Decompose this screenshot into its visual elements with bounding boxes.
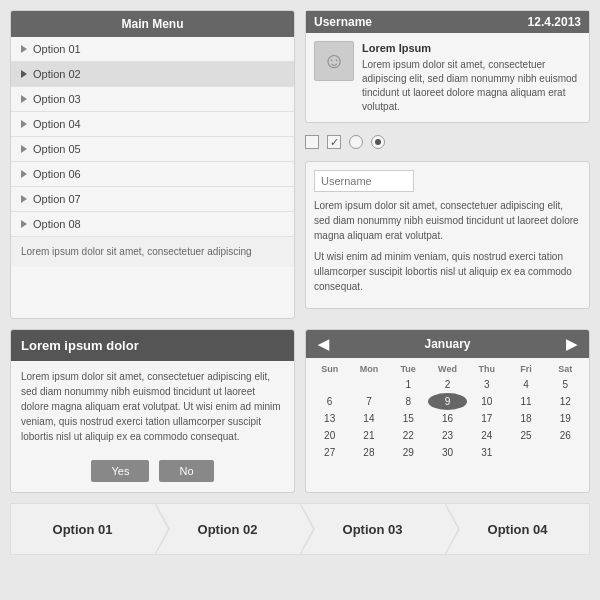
arrow-icon-3	[21, 95, 27, 103]
step-4[interactable]: Option 04	[445, 503, 590, 555]
cal-day-9[interactable]: 9	[428, 393, 467, 410]
cal-header-thu: Thu	[467, 362, 506, 376]
alert-title: Lorem ipsum dolor	[11, 330, 294, 361]
step-2[interactable]: Option 02	[155, 503, 300, 555]
step-1[interactable]: Option 01	[10, 503, 155, 555]
cal-day-21[interactable]: 21	[349, 427, 388, 444]
cal-day-12[interactable]: 12	[546, 393, 585, 410]
cal-day-6[interactable]: 6	[310, 393, 349, 410]
calendar-grid: Sun Mon Tue Wed Thu Fri Sat 1 2 3 4 5	[306, 358, 589, 465]
cal-day-4[interactable]: 4	[506, 376, 545, 393]
menu-item-5[interactable]: Option 05	[11, 137, 294, 162]
cal-day-10[interactable]: 10	[467, 393, 506, 410]
cal-day-15[interactable]: 15	[389, 410, 428, 427]
menu-item-1[interactable]: Option 01	[11, 37, 294, 62]
cal-next-button[interactable]: ▶	[562, 336, 581, 352]
username-input[interactable]	[314, 170, 414, 192]
cal-day-29[interactable]: 29	[389, 444, 428, 461]
cal-header-tue: Tue	[389, 362, 428, 376]
radio-checked[interactable]	[371, 135, 385, 149]
cal-header-wed: Wed	[428, 362, 467, 376]
menu-item-2[interactable]: Option 02	[11, 62, 294, 87]
yes-button[interactable]: Yes	[91, 460, 149, 482]
cal-day-25[interactable]: 25	[506, 427, 545, 444]
cal-day-31[interactable]: 31	[467, 444, 506, 461]
cal-week-3: 13 14 15 16 17 18 19	[310, 410, 585, 427]
cal-day-2[interactable]: 2	[428, 376, 467, 393]
radio-unchecked[interactable]	[349, 135, 363, 149]
cal-day-28[interactable]: 28	[349, 444, 388, 461]
cal-week-2: 6 7 8 9 10 11 12	[310, 393, 585, 410]
cal-header-sat: Sat	[546, 362, 585, 376]
cal-day-8[interactable]: 8	[389, 393, 428, 410]
step-3[interactable]: Option 03	[300, 503, 445, 555]
cal-day-empty	[310, 376, 349, 393]
cal-day-18[interactable]: 18	[506, 410, 545, 427]
cal-day-5[interactable]: 5	[546, 376, 585, 393]
cal-day-20[interactable]: 20	[310, 427, 349, 444]
steps-bar: Option 01 Option 02 Option 03 Option 04	[10, 503, 590, 555]
menu-item-6[interactable]: Option 06	[11, 162, 294, 187]
main-menu: Main Menu Option 01 Option 02 Option 03 …	[10, 10, 295, 319]
arrow-icon-4	[21, 120, 27, 128]
step-label-4: Option 04	[488, 522, 548, 537]
menu-label-8: Option 08	[33, 218, 81, 230]
cal-day-24[interactable]: 24	[467, 427, 506, 444]
menu-item-4[interactable]: Option 04	[11, 112, 294, 137]
cal-week-4: 20 21 22 23 24 25 26	[310, 427, 585, 444]
cal-day-23[interactable]: 23	[428, 427, 467, 444]
checkbox-unchecked[interactable]	[305, 135, 319, 149]
cal-day-14[interactable]: 14	[349, 410, 388, 427]
calendar-header: ◀ January ▶	[306, 330, 589, 358]
avatar: ☺	[314, 41, 354, 81]
form-text1: Lorem ipsum dolor sit amet, consectetuer…	[314, 198, 581, 243]
menu-item-8[interactable]: Option 08	[11, 212, 294, 237]
cal-prev-button[interactable]: ◀	[314, 336, 333, 352]
arrow-icon-2	[21, 70, 27, 78]
cal-day-3[interactable]: 3	[467, 376, 506, 393]
lorem-text: Lorem ipsum dolor sit amet, consectetuer…	[362, 59, 577, 112]
menu-label-1: Option 01	[33, 43, 81, 55]
cal-day-26[interactable]: 26	[546, 427, 585, 444]
cal-day-22[interactable]: 22	[389, 427, 428, 444]
step-label-3: Option 03	[343, 522, 403, 537]
menu-item-7[interactable]: Option 07	[11, 187, 294, 212]
alert-body: Lorem ipsum dolor sit amet, consectetuer…	[11, 361, 294, 452]
cal-day-empty	[546, 444, 585, 461]
form-card: Lorem ipsum dolor sit amet, consectetuer…	[305, 161, 590, 309]
cal-day-1[interactable]: 1	[389, 376, 428, 393]
alert-dialog: Lorem ipsum dolor Lorem ipsum dolor sit …	[10, 329, 295, 493]
arrow-icon-7	[21, 195, 27, 203]
cal-header-fri: Fri	[506, 362, 545, 376]
cal-day-19[interactable]: 19	[546, 410, 585, 427]
cal-week-1: 1 2 3 4 5	[310, 376, 585, 393]
app-container: Username 12.4.2013 ☺ Lorem Ipsum Lorem i…	[0, 0, 600, 600]
arrow-icon-5	[21, 145, 27, 153]
calendar: ◀ January ▶ Sun Mon Tue Wed Thu Fri Sat	[305, 329, 590, 493]
cal-days-header-row: Sun Mon Tue Wed Thu Fri Sat	[310, 362, 585, 376]
cal-day-16[interactable]: 16	[428, 410, 467, 427]
arrow-icon-6	[21, 170, 27, 178]
lorem-title: Lorem Ipsum	[362, 41, 581, 56]
checkbox-checked[interactable]: ✓	[327, 135, 341, 149]
cal-day-13[interactable]: 13	[310, 410, 349, 427]
cal-day-11[interactable]: 11	[506, 393, 545, 410]
menu-label-6: Option 06	[33, 168, 81, 180]
profile-lorem: Lorem Ipsum Lorem ipsum dolor sit amet, …	[362, 41, 581, 114]
radio-dot	[375, 139, 381, 145]
cal-week-5: 27 28 29 30 31	[310, 444, 585, 461]
no-button[interactable]: No	[159, 460, 213, 482]
cal-day-17[interactable]: 17	[467, 410, 506, 427]
user-icon: ☺	[323, 48, 345, 74]
cal-day-30[interactable]: 30	[428, 444, 467, 461]
step-label-1: Option 01	[53, 522, 113, 537]
arrow-icon-1	[21, 45, 27, 53]
profile-card: Username 12.4.2013 ☺ Lorem Ipsum Lorem i…	[305, 10, 590, 123]
cal-day-27[interactable]: 27	[310, 444, 349, 461]
calendar-month: January	[424, 337, 470, 351]
menu-label-7: Option 07	[33, 193, 81, 205]
cal-day-empty	[349, 376, 388, 393]
step-label-2: Option 02	[198, 522, 258, 537]
menu-item-3[interactable]: Option 03	[11, 87, 294, 112]
cal-day-7[interactable]: 7	[349, 393, 388, 410]
